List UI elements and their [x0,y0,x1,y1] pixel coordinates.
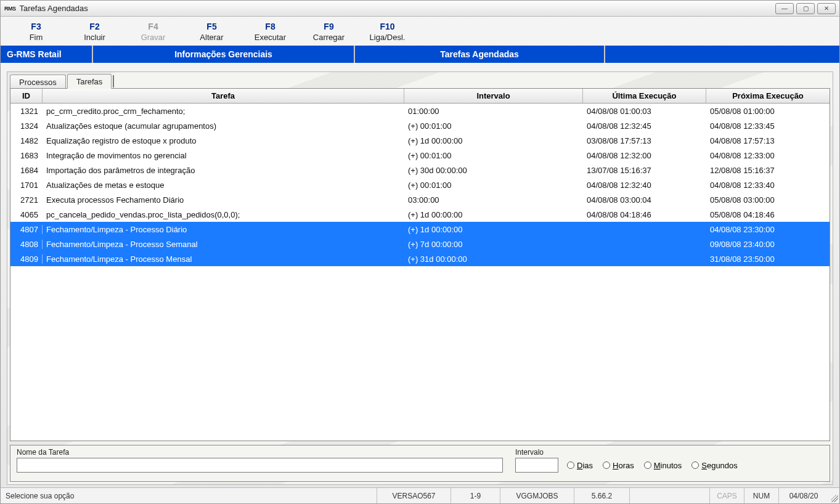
tab-divider [113,75,114,87]
cell-interval: 03:00:00 [404,195,583,205]
breadcrumb-brand: G-RMS Retail [1,46,93,63]
grid-body[interactable]: 1321pc_crm_credito.proc_crm_fechamento;0… [10,104,830,441]
breadcrumb-bar: G-RMS Retail Informações Gerenciais Tare… [1,46,839,63]
header-task[interactable]: Tarefa [43,89,404,103]
cell-interval: (+) 00:01:00 [404,151,583,160]
cell-task: Executa processos Fechamento Diário [43,195,404,205]
cell-task: Atualizações de metas e estoque [43,181,404,190]
table-row[interactable]: 1684Importação dos parâmetros de integra… [10,163,830,177]
cell-interval: (+) 31d 00:00:00 [404,254,583,264]
toolbar-label: Carregar [300,33,358,42]
maximize-button[interactable]: ▢ [796,3,815,14]
titlebar[interactable]: RMS Tarefas Agendadas — ▢ ✕ [1,1,839,17]
cell-next: 04/08/08 23:30:00 [706,225,830,234]
radio-dias[interactable]: Dias [567,461,593,470]
tab-processos[interactable]: Processos [10,75,66,89]
toolbar-label: Gravar [124,33,182,42]
toolbar-fim[interactable]: F3Fim [7,22,65,42]
table-row[interactable]: 1683Integração de movimentos no gerencia… [10,148,830,163]
status-job: VGGMJOBS [500,488,574,503]
cell-last: 04/08/08 03:00:04 [583,195,706,205]
cell-next: 05/08/08 01:00:00 [706,107,830,116]
radio-dot-icon [691,461,699,469]
table-row[interactable]: 1324Atualizações estoque (acumular agrup… [10,118,830,133]
table-row[interactable]: 4065pc_cancela_pedido_vendas.proc_lista_… [10,207,830,222]
cell-task: Importação dos parâmetros de integração [43,166,404,175]
close-button[interactable]: ✕ [817,3,836,14]
status-spacer [630,488,710,503]
interval-unit-radios: Dias Horas Minutos Segundos [567,461,738,470]
table-row[interactable]: 2721Executa processos Fechamento Diário0… [10,192,830,207]
status-build: 5.66.2 [574,488,630,503]
table-row[interactable]: 1321pc_crm_credito.proc_crm_fechamento;0… [10,104,830,118]
cell-interval: (+) 1d 00:00:00 [404,210,583,219]
table-row[interactable]: 4807Fechamento/Limpeza - Processo Diário… [10,222,830,237]
breadcrumb-module: Informações Gerenciais [93,46,355,63]
status-message: Selecione sua opção [1,488,377,503]
radio-dot-icon [567,461,574,469]
toolbar-alterar[interactable]: F5Alterar [182,22,241,42]
table-row[interactable]: 4808Fechamento/Limpeza - Processo Semana… [10,237,830,251]
cell-id: 1701 [10,181,43,190]
cell-interval: (+) 00:01:00 [404,181,583,190]
toolbar-carregar[interactable]: F9Carregar [300,22,358,42]
toolbar-label: Alterar [182,33,241,42]
cell-id: 4808 [10,240,43,249]
table-row[interactable]: 4809Fechamento/Limpeza - Processo Mensal… [10,251,830,266]
breadcrumb-page: Tarefas Agendadas [355,46,605,63]
resize-grip-icon[interactable] [828,488,839,503]
toolbar-key: F10 [358,22,417,31]
cell-id: 1321 [10,107,43,116]
app-icon: RMS [4,6,16,12]
app-window: RMS Tarefas Agendadas — ▢ ✕ F3FimF2Inclu… [0,0,840,504]
cell-interval: 01:00:00 [404,107,583,116]
header-interval[interactable]: Intervalo [404,89,583,103]
minimize-button[interactable]: — [775,3,794,14]
main-panel: Processos Tarefas ID Tarefa Intervalo Úl… [7,71,833,485]
radio-horas[interactable]: Horas [603,461,634,470]
cell-task: Fechamento/Limpeza - Processo Mensal [43,254,404,264]
toolbar-incluir[interactable]: F2Incluir [65,22,124,42]
cell-task: Integração de movimentos no gerencial [43,151,404,160]
header-next[interactable]: Próxima Execução [706,89,830,103]
toolbar-executar[interactable]: F8Executar [241,22,300,42]
cell-next: 04/08/08 12:33:40 [706,181,830,190]
interval-input[interactable] [515,458,558,473]
task-grid: ID Tarefa Intervalo Última Execução Próx… [10,88,830,441]
task-name-input[interactable] [17,458,503,473]
cell-task: Fechamento/Limpeza - Processo Diário [43,225,404,234]
edit-form: Nome da Tarefa Intervalo Dias Horas Minu… [10,445,830,482]
cell-task: pc_crm_credito.proc_crm_fechamento; [43,107,404,116]
breadcrumb-tail [605,46,839,63]
toolbar-key: F2 [65,22,124,31]
task-name-label: Nome da Tarefa [17,448,503,457]
toolbar-ligadesl[interactable]: F10Liga/Desl. [358,22,417,42]
toolbar-label: Incluir [65,33,124,42]
header-id[interactable]: ID [10,89,43,103]
tab-strip: Processos Tarefas [10,72,833,88]
cell-id: 4065 [10,210,43,219]
cell-next: 09/08/08 23:40:00 [706,240,830,249]
interval-label: Intervalo [515,448,823,457]
tab-tarefas[interactable]: Tarefas [67,74,112,89]
cell-interval: (+) 00:01:00 [404,121,583,131]
cell-next: 04/08/08 17:57:13 [706,136,830,145]
radio-segundos[interactable]: Segundos [691,461,738,470]
toolbar-key: F5 [182,22,241,31]
cell-id: 4807 [10,225,43,234]
table-row[interactable]: 1482Equalização registro de estoque x pr… [10,133,830,148]
cell-interval: (+) 1d 00:00:00 [404,136,583,145]
status-range: 1-9 [451,488,500,503]
cell-id: 1324 [10,121,43,131]
cell-id: 1482 [10,136,43,145]
cell-task: Fechamento/Limpeza - Processo Semanal [43,240,404,249]
toolbar-key: F3 [7,22,65,31]
status-date: 04/08/20 [779,488,828,503]
status-caps: CAPS [710,488,744,503]
cell-task: pc_cancela_pedido_vendas.proc_lista_pedi… [43,210,404,219]
header-last[interactable]: Última Execução [583,89,706,103]
radio-minutos[interactable]: Minutos [644,461,682,470]
table-row[interactable]: 1701Atualizações de metas e estoque(+) 0… [10,177,830,192]
cell-next: 04/08/08 12:33:00 [706,151,830,160]
cell-next: 05/08/08 04:18:46 [706,210,830,219]
